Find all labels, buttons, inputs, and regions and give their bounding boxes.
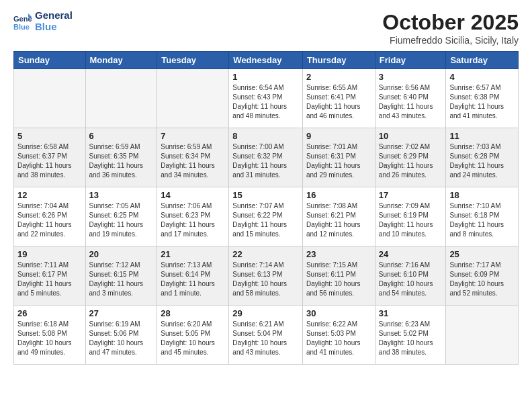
day-number: 7 [161, 131, 225, 141]
day-info: Sunrise: 6:22 AM Sunset: 5:03 PM Dayligh… [306, 320, 371, 357]
calendar-cell: 18Sunrise: 7:10 AM Sunset: 6:18 PM Dayli… [446, 187, 519, 246]
calendar-cell: 30Sunrise: 6:22 AM Sunset: 5:03 PM Dayli… [302, 306, 375, 365]
calendar-cell: 19Sunrise: 7:11 AM Sunset: 6:17 PM Dayli… [14, 246, 86, 306]
calendar-cell: 27Sunrise: 6:19 AM Sunset: 5:06 PM Dayli… [85, 306, 157, 365]
day-number: 23 [306, 249, 371, 259]
weekday-header-row: SundayMondayTuesdayWednesdayThursdayFrid… [14, 52, 519, 69]
day-number: 6 [89, 131, 154, 141]
calendar-cell: 26Sunrise: 6:18 AM Sunset: 5:08 PM Dayli… [14, 306, 86, 365]
day-info: Sunrise: 7:13 AM Sunset: 6:14 PM Dayligh… [161, 261, 225, 298]
day-number: 15 [232, 190, 299, 200]
day-info: Sunrise: 6:56 AM Sunset: 6:40 PM Dayligh… [379, 83, 443, 121]
calendar-cell: 14Sunrise: 7:06 AM Sunset: 6:23 PM Dayli… [157, 187, 229, 246]
calendar-cell: 23Sunrise: 7:15 AM Sunset: 6:11 PM Dayli… [302, 246, 375, 306]
calendar-cell: 12Sunrise: 7:04 AM Sunset: 6:26 PM Dayli… [14, 187, 86, 246]
calendar-cell: 21Sunrise: 7:13 AM Sunset: 6:14 PM Dayli… [157, 246, 229, 306]
day-info: Sunrise: 6:54 AM Sunset: 6:43 PM Dayligh… [232, 83, 299, 121]
calendar-header: SundayMondayTuesdayWednesdayThursdayFrid… [14, 52, 519, 69]
calendar-cell: 10Sunrise: 7:02 AM Sunset: 6:29 PM Dayli… [375, 128, 446, 187]
day-info: Sunrise: 6:23 AM Sunset: 5:02 PM Dayligh… [379, 320, 443, 357]
calendar-cell: 25Sunrise: 7:17 AM Sunset: 6:09 PM Dayli… [446, 246, 519, 306]
day-info: Sunrise: 6:19 AM Sunset: 5:06 PM Dayligh… [89, 320, 154, 357]
day-number: 26 [17, 308, 82, 318]
day-info: Sunrise: 6:20 AM Sunset: 5:05 PM Dayligh… [161, 320, 225, 357]
day-number: 31 [379, 308, 443, 318]
day-number: 17 [379, 190, 443, 200]
calendar-row-3: 19Sunrise: 7:11 AM Sunset: 6:17 PM Dayli… [14, 246, 519, 306]
day-number: 12 [17, 190, 82, 200]
calendar-table: SundayMondayTuesdayWednesdayThursdayFrid… [13, 51, 519, 365]
calendar-cell: 31Sunrise: 6:23 AM Sunset: 5:02 PM Dayli… [375, 306, 446, 365]
day-info: Sunrise: 7:05 AM Sunset: 6:25 PM Dayligh… [89, 201, 154, 239]
day-number: 22 [232, 249, 299, 259]
calendar-cell: 7Sunrise: 6:59 AM Sunset: 6:34 PM Daylig… [157, 128, 229, 187]
calendar-cell: 20Sunrise: 7:12 AM Sunset: 6:15 PM Dayli… [85, 246, 157, 306]
calendar-cell [446, 306, 519, 365]
day-number: 5 [17, 131, 82, 141]
calendar-cell: 15Sunrise: 7:07 AM Sunset: 6:22 PM Dayli… [229, 187, 303, 246]
day-number: 19 [17, 249, 82, 259]
day-info: Sunrise: 6:59 AM Sunset: 6:35 PM Dayligh… [89, 142, 154, 180]
day-number: 14 [161, 190, 225, 200]
day-number: 3 [379, 72, 443, 82]
calendar-cell: 28Sunrise: 6:20 AM Sunset: 5:05 PM Dayli… [157, 306, 229, 365]
logo-blue: Blue [35, 21, 73, 33]
day-info: Sunrise: 7:08 AM Sunset: 6:21 PM Dayligh… [306, 201, 371, 239]
weekday-header-monday: Monday [85, 52, 157, 69]
day-info: Sunrise: 6:57 AM Sunset: 6:38 PM Dayligh… [449, 83, 515, 121]
title-section: October 2025 Fiumefreddo Sicilia, Sicily… [382, 10, 519, 46]
day-info: Sunrise: 7:17 AM Sunset: 6:09 PM Dayligh… [449, 261, 515, 298]
calendar-cell: 29Sunrise: 6:21 AM Sunset: 5:04 PM Dayli… [229, 306, 303, 365]
calendar-row-2: 12Sunrise: 7:04 AM Sunset: 6:26 PM Dayli… [14, 187, 519, 246]
logo-general: General [35, 10, 73, 21]
day-info: Sunrise: 7:09 AM Sunset: 6:19 PM Dayligh… [379, 201, 443, 239]
weekday-header-thursday: Thursday [302, 52, 375, 69]
day-number: 24 [379, 249, 443, 259]
day-number: 9 [306, 131, 371, 141]
day-info: Sunrise: 6:21 AM Sunset: 5:04 PM Dayligh… [232, 320, 299, 357]
calendar-cell: 17Sunrise: 7:09 AM Sunset: 6:19 PM Dayli… [375, 187, 446, 246]
day-number: 16 [306, 190, 371, 200]
calendar-cell: 3Sunrise: 6:56 AM Sunset: 6:40 PM Daylig… [375, 69, 446, 128]
day-info: Sunrise: 7:04 AM Sunset: 6:26 PM Dayligh… [17, 201, 82, 239]
day-info: Sunrise: 7:10 AM Sunset: 6:18 PM Dayligh… [449, 201, 515, 239]
calendar-cell: 4Sunrise: 6:57 AM Sunset: 6:38 PM Daylig… [446, 69, 519, 128]
calendar-cell: 16Sunrise: 7:08 AM Sunset: 6:21 PM Dayli… [302, 187, 375, 246]
calendar-cell: 1Sunrise: 6:54 AM Sunset: 6:43 PM Daylig… [229, 69, 303, 128]
day-info: Sunrise: 7:16 AM Sunset: 6:10 PM Dayligh… [379, 261, 443, 298]
day-info: Sunrise: 7:14 AM Sunset: 6:13 PM Dayligh… [232, 261, 299, 298]
calendar-cell [14, 69, 86, 128]
calendar-row-1: 5Sunrise: 6:58 AM Sunset: 6:37 PM Daylig… [14, 128, 519, 187]
day-info: Sunrise: 7:12 AM Sunset: 6:15 PM Dayligh… [89, 261, 154, 298]
day-info: Sunrise: 6:55 AM Sunset: 6:41 PM Dayligh… [306, 83, 371, 121]
calendar-cell [157, 69, 229, 128]
calendar-cell: 22Sunrise: 7:14 AM Sunset: 6:13 PM Dayli… [229, 246, 303, 306]
day-number: 2 [306, 72, 371, 82]
day-info: Sunrise: 7:06 AM Sunset: 6:23 PM Dayligh… [161, 201, 225, 239]
day-number: 8 [232, 131, 299, 141]
day-info: Sunrise: 6:59 AM Sunset: 6:34 PM Dayligh… [161, 142, 225, 180]
calendar-cell: 8Sunrise: 7:00 AM Sunset: 6:32 PM Daylig… [229, 128, 303, 187]
day-number: 25 [449, 249, 515, 259]
svg-text:Blue: Blue [13, 23, 30, 31]
day-number: 27 [89, 308, 154, 318]
calendar-body: 1Sunrise: 6:54 AM Sunset: 6:43 PM Daylig… [14, 69, 519, 365]
weekday-header-sunday: Sunday [14, 52, 86, 69]
day-info: Sunrise: 7:03 AM Sunset: 6:28 PM Dayligh… [449, 142, 515, 180]
logo-icon: General Blue [13, 12, 32, 31]
calendar-cell [85, 69, 157, 128]
day-number: 21 [161, 249, 225, 259]
logo: General Blue General Blue [13, 10, 73, 32]
calendar-row-0: 1Sunrise: 6:54 AM Sunset: 6:43 PM Daylig… [14, 69, 519, 128]
calendar-cell: 9Sunrise: 7:01 AM Sunset: 6:31 PM Daylig… [302, 128, 375, 187]
weekday-header-saturday: Saturday [446, 52, 519, 69]
day-number: 13 [89, 190, 154, 200]
calendar-cell: 24Sunrise: 7:16 AM Sunset: 6:10 PM Dayli… [375, 246, 446, 306]
header: General Blue General Blue October 2025 F… [13, 10, 519, 46]
location: Fiumefreddo Sicilia, Sicily, Italy [382, 35, 519, 46]
day-info: Sunrise: 7:00 AM Sunset: 6:32 PM Dayligh… [232, 142, 299, 180]
day-info: Sunrise: 7:01 AM Sunset: 6:31 PM Dayligh… [306, 142, 371, 180]
calendar-row-4: 26Sunrise: 6:18 AM Sunset: 5:08 PM Dayli… [14, 306, 519, 365]
calendar-cell: 6Sunrise: 6:59 AM Sunset: 6:35 PM Daylig… [85, 128, 157, 187]
day-info: Sunrise: 6:58 AM Sunset: 6:37 PM Dayligh… [17, 142, 82, 180]
